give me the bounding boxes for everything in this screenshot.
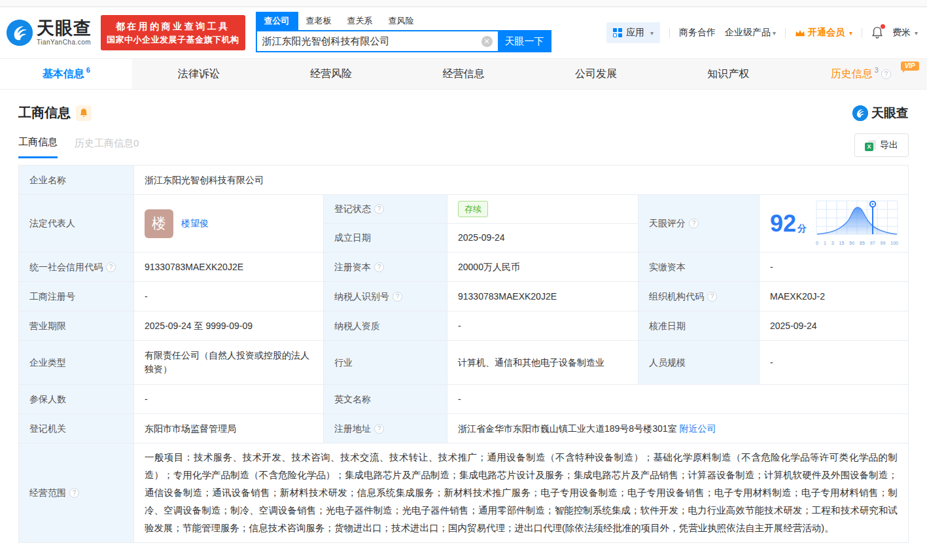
help-icon[interactable]: ? [689, 219, 699, 228]
chevron-down-icon: ▾ [773, 29, 776, 37]
search-input-box: ✕ [256, 30, 498, 52]
nav-enterprise-products[interactable]: 企业级产品▾ [725, 27, 776, 39]
subtab-history-business-info[interactable]: 历史工商信息0 [75, 137, 139, 158]
help-icon[interactable]: ? [106, 262, 116, 272]
search-tab-relation[interactable]: 查关系 [340, 12, 381, 30]
tab-label: 基本信息 [43, 67, 84, 81]
search-tab-boss[interactable]: 查老板 [298, 12, 340, 30]
tab-business-info[interactable]: 经营信息 [397, 59, 529, 89]
company-type-value: 有限责任公司（自然人投资或控股的法人独资） [134, 341, 324, 385]
apps-menu[interactable]: 应用 ▾ [606, 22, 660, 43]
tab-count: 6 [86, 66, 90, 74]
enterprise-label: 企业级产品 [725, 27, 771, 37]
company-name-label: 企业名称 [19, 166, 134, 195]
open-membership-button[interactable]: 开通会员 ▾ [795, 27, 852, 39]
tab-label: 法律诉讼 [178, 67, 220, 81]
help-icon[interactable]: ? [881, 69, 891, 79]
credit-code-value: 91330783MAEXK20J2E [134, 253, 324, 282]
business-info-table: 企业名称 浙江东阳光智创科技有限公司 法定代表人 楼 楼望俊 登记状态? 存续 … [18, 165, 909, 543]
business-term-label: 营业期限 [19, 311, 134, 341]
search-input[interactable] [257, 36, 481, 47]
nav-business-cooperation[interactable]: 商务合作 [679, 27, 716, 39]
approval-date-label: 核准日期 [638, 311, 760, 341]
reg-status-label: 登记状态? [324, 195, 447, 224]
slogan-banner: 都在用的商业查询工具 国家中小企业发展子基金旗下机构 [101, 15, 245, 51]
logo-domain: TianYanCha.com [37, 39, 92, 46]
notification-bell-icon[interactable] [871, 26, 883, 39]
legal-rep-link[interactable]: 楼望俊 [181, 217, 209, 230]
help-icon[interactable]: ? [707, 292, 717, 302]
taxpayer-quality-value: - [447, 311, 638, 341]
search-bar: ✕ 天眼一下 [256, 30, 551, 52]
vip-badge: VIP [901, 61, 919, 71]
tab-count: 3 [875, 66, 879, 74]
score-number: 92 [770, 212, 796, 236]
subscribe-bell-icon[interactable] [76, 105, 92, 121]
score-value: 92 分 [760, 195, 908, 253]
credit-code-label: 统一社会信用代码? [19, 253, 134, 282]
insured-label: 参保人数 [19, 385, 134, 414]
tab-company-development[interactable]: 公司发展 [530, 59, 662, 89]
export-button[interactable]: X 导出 [854, 133, 909, 157]
section-header: 工商信息 天眼查 [0, 90, 927, 122]
search-tabs: 查公司 查老板 查关系 查风险 [256, 13, 551, 30]
tianyancha-logo[interactable]: 天眼查 TianYanCha.com [7, 20, 92, 46]
taxpayer-id-value: 91330783MAEXK20J2E [447, 282, 638, 311]
user-menu[interactable]: 费米 ▾ [892, 27, 918, 39]
help-icon[interactable]: ? [374, 204, 384, 214]
business-scope-label: 经营范围? [19, 444, 134, 542]
nearby-companies-link[interactable]: 附近公司 [679, 422, 716, 436]
subtab-row: 工商信息 历史工商信息0 X 导出 [0, 122, 927, 161]
score-label: 天眼评分? [638, 195, 760, 253]
search-area: 查公司 查老板 查关系 查风险 ✕ 天眼一下 [256, 13, 551, 52]
nav-divider [862, 28, 862, 38]
staff-size-label: 人员规模 [638, 341, 760, 385]
tab-intellectual-property[interactable]: 知识产权 [662, 59, 794, 89]
registry-value: 东阳市市场监督管理局 [134, 414, 324, 444]
subtab-business-info[interactable]: 工商信息 [18, 136, 58, 158]
clear-search-icon[interactable]: ✕ [481, 36, 493, 47]
notification-dot [881, 24, 885, 29]
reg-number-label: 工商注册号 [19, 282, 134, 311]
staff-size-value: - [760, 341, 908, 385]
business-scope-value: 一般项目：技术服务、技术开发、技术咨询、技术交流、技术转让、技术推广；通用设备制… [134, 444, 908, 542]
chevron-down-icon: ▾ [849, 29, 852, 37]
company-type-label: 企业类型 [19, 341, 134, 385]
tab-label: 历史信息 [831, 67, 873, 81]
tab-label: 公司发展 [575, 67, 617, 81]
address-value: 浙江省金华市东阳市巍山镇工业大道189号8号楼301室 附近公司 [447, 414, 908, 444]
search-tab-company[interactable]: 查公司 [256, 12, 298, 30]
logo-title: 天眼查 [37, 20, 92, 37]
search-tab-risk[interactable]: 查风险 [381, 12, 422, 30]
reg-number-value: - [134, 282, 324, 311]
header-nav: 应用 ▾ 商务合作 企业级产品▾ 开通会员 ▾ 费米 ▾ [606, 22, 918, 43]
apps-grid-icon [613, 28, 622, 37]
help-icon[interactable]: ? [69, 488, 79, 498]
score-distribution-chart: 0131550859799100 [816, 200, 898, 247]
help-icon[interactable]: ? [374, 424, 384, 434]
org-code-label: 组织机构代码? [638, 282, 760, 311]
legal-rep-value: 楼 楼望俊 [134, 195, 324, 253]
tab-legal-proceedings[interactable]: 法律诉讼 [132, 59, 264, 89]
company-tab-bar: 基本信息6 法律诉讼 经营风险 经营信息 公司发展 知识产权 VIP 历史信息3… [0, 58, 927, 90]
approval-date-value: 2025-09-24 [760, 311, 908, 341]
tab-label: 经营信息 [442, 67, 484, 81]
tianyancha-logo-icon [7, 20, 33, 46]
watermark-text: 天眼查 [871, 105, 909, 122]
tab-operational-risk[interactable]: 经营风险 [265, 59, 397, 89]
search-button[interactable]: 天眼一下 [498, 30, 551, 52]
help-icon[interactable]: ? [374, 262, 384, 272]
chevron-down-icon: ▾ [650, 29, 654, 37]
score-unit: 分 [797, 222, 807, 236]
membership-label: 开通会员 [808, 27, 845, 39]
address-label: 注册地址? [324, 414, 447, 444]
tab-history-info[interactable]: VIP 历史信息3 ? [795, 59, 927, 89]
export-label: 导出 [880, 139, 898, 151]
status-date-subgrid: 登记状态? 存续 成立日期 2025-09-24 [324, 195, 638, 253]
tab-label: 知识产权 [707, 67, 749, 81]
help-icon[interactable]: ? [393, 292, 402, 302]
legal-rep-avatar[interactable]: 楼 [145, 209, 173, 238]
section-title: 工商信息 [18, 104, 71, 122]
tab-basic-info[interactable]: 基本信息6 [0, 59, 132, 89]
site-header: 天眼查 TianYanCha.com 都在用的商业查询工具 国家中小企业发展子基… [0, 7, 927, 58]
